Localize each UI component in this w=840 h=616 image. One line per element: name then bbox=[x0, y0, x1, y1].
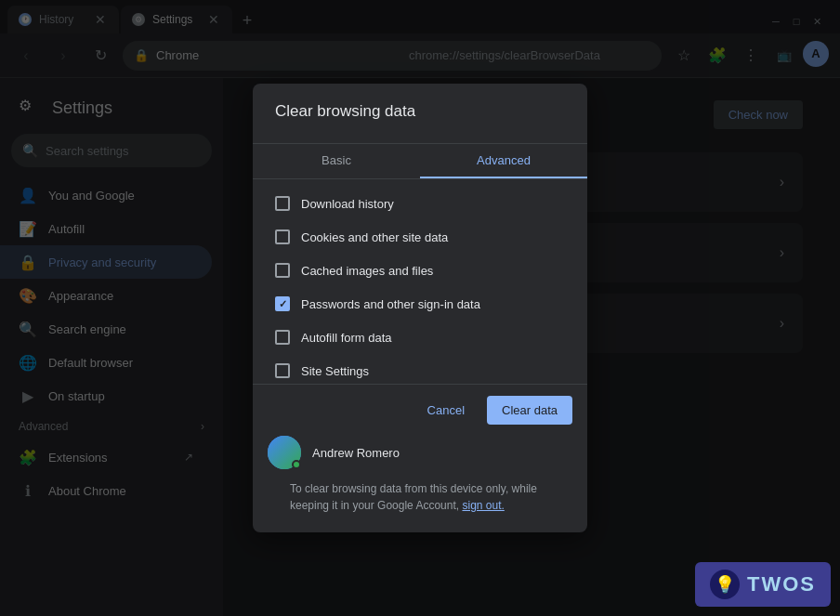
checkbox-site-settings[interactable]: Site Settings bbox=[253, 354, 587, 384]
dialog-title: Clear browsing data bbox=[275, 102, 565, 121]
dialog-overlay: Clear browsing data Basic Advanced Downl… bbox=[0, 0, 840, 616]
user-avatar bbox=[268, 436, 301, 469]
site-settings-label: Site Settings bbox=[301, 364, 369, 378]
download-history-checkbox[interactable] bbox=[275, 196, 290, 211]
dialog-footer: Cancel Clear data Andrew Romero To clear… bbox=[253, 384, 587, 532]
user-name: Andrew Romero bbox=[312, 446, 400, 460]
passwords-label: Passwords and other sign-in data bbox=[301, 297, 480, 311]
user-online-indicator bbox=[292, 460, 301, 469]
checkbox-passwords[interactable]: ✓ Passwords and other sign-in data bbox=[253, 287, 587, 321]
cached-label: Cached images and files bbox=[301, 264, 433, 278]
download-history-label: Download history bbox=[301, 197, 394, 211]
dialog-tabs: Basic Advanced bbox=[253, 144, 587, 179]
dialog-actions: Cancel Clear data bbox=[268, 396, 572, 425]
autofill-form-label: Autofill form data bbox=[301, 331, 392, 345]
sync-info: To clear browsing data from this device … bbox=[268, 480, 572, 521]
sign-out-link[interactable]: sign out. bbox=[462, 499, 504, 512]
advanced-tab[interactable]: Advanced bbox=[420, 144, 587, 178]
checkbox-cached[interactable]: Cached images and files bbox=[253, 254, 587, 287]
dialog-body: Download history Cookies and other site … bbox=[253, 179, 587, 384]
checkbox-cookies[interactable]: Cookies and other site data bbox=[253, 220, 587, 254]
autofill-checkbox[interactable] bbox=[275, 330, 290, 345]
basic-tab[interactable]: Basic bbox=[253, 144, 420, 178]
watermark-icon: 💡 bbox=[710, 570, 740, 599]
passwords-checkbox[interactable]: ✓ bbox=[275, 296, 290, 311]
watermark-text: TWOS bbox=[747, 572, 816, 596]
clear-browsing-dialog: Clear browsing data Basic Advanced Downl… bbox=[253, 84, 587, 532]
cookies-label: Cookies and other site data bbox=[301, 230, 448, 244]
clear-data-button[interactable]: Clear data bbox=[487, 396, 572, 425]
checkbox-check-icon: ✓ bbox=[279, 298, 287, 310]
user-info: Andrew Romero bbox=[268, 436, 572, 469]
cancel-button[interactable]: Cancel bbox=[413, 396, 479, 425]
cookies-checkbox[interactable] bbox=[275, 229, 290, 244]
checkbox-download-history[interactable]: Download history bbox=[253, 187, 587, 220]
watermark: 💡 TWOS bbox=[695, 562, 831, 607]
site-settings-checkbox[interactable] bbox=[275, 363, 290, 378]
checkbox-autofill[interactable]: Autofill form data bbox=[253, 321, 587, 354]
cached-checkbox[interactable] bbox=[275, 263, 290, 278]
dialog-header: Clear browsing data bbox=[253, 84, 587, 144]
